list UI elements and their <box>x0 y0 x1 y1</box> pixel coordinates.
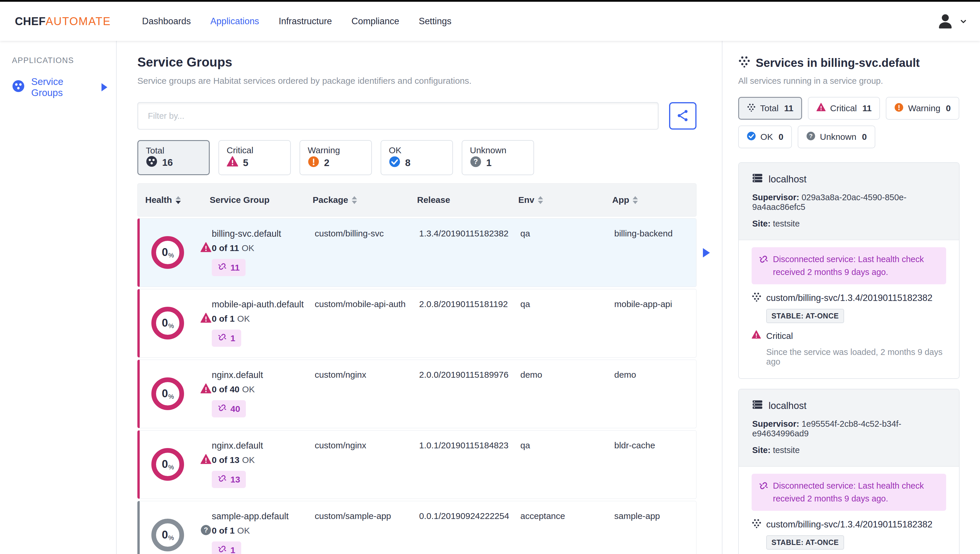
column-header-release[interactable]: Release <box>417 195 518 205</box>
filter-card-total[interactable]: Total 16 <box>137 140 210 175</box>
disconnected-alert: Disconnected service: Last health check … <box>752 474 946 511</box>
package-cell: custom/nginx <box>315 441 419 488</box>
sort-icon <box>352 196 357 204</box>
chef-automate-logo[interactable]: CHEFAUTOMATE <box>15 15 111 28</box>
nav-applications[interactable]: Applications <box>210 16 259 27</box>
disconnected-count-badge: 1 <box>212 541 241 554</box>
filter-card-label: Critical <box>227 145 283 155</box>
channel-badge: STABLE: AT-ONCE <box>766 309 844 323</box>
filter-card-count: 2 <box>324 157 329 168</box>
disconnected-alert: Disconnected service: Last health check … <box>752 247 946 284</box>
sidebar-item-label: Service Groups <box>31 76 95 98</box>
health-cell: 0% <box>140 228 212 276</box>
filter-card-warning[interactable]: Warning 2 <box>299 140 372 175</box>
health-donut: 0% <box>151 307 184 340</box>
disconnected-count: 11 <box>231 263 240 273</box>
detail-subtitle: All services running in a service group. <box>738 76 959 86</box>
detail-badge-total[interactable]: Total11 <box>738 97 802 120</box>
column-header-env[interactable]: Env <box>518 195 612 205</box>
broken-link-icon <box>759 480 768 505</box>
warning-icon <box>308 156 320 170</box>
filter-card-critical[interactable]: Critical 5 <box>218 140 291 175</box>
detail-badge-unknown[interactable]: Unknown0 <box>798 126 875 148</box>
service-package: custom/billing-svc/1.3.4/20190115182382 <box>752 518 946 531</box>
nav-settings[interactable]: Settings <box>419 16 452 27</box>
habitat-dots-icon <box>747 103 756 114</box>
unknown-icon <box>806 131 816 143</box>
service-group-row[interactable]: 0% billing-svc.default 0 of 11OK 11 cus <box>137 218 697 287</box>
package-cell: custom/sample-app <box>315 511 419 554</box>
app-cell: sample-app <box>614 511 696 554</box>
critical-icon <box>227 156 238 170</box>
sidebar-item-service-groups[interactable]: Service Groups <box>12 76 116 98</box>
critical-icon <box>200 242 212 255</box>
nav-compliance[interactable]: Compliance <box>352 16 399 27</box>
sidebar-heading: APPLICATIONS <box>12 56 116 65</box>
sort-icon <box>633 196 638 204</box>
filter-input[interactable] <box>137 102 659 129</box>
service-group-row[interactable]: 0% mobile-api-auth.default 0 of 1OK 1 c <box>137 289 697 358</box>
critical-icon <box>816 103 826 114</box>
server-icon <box>752 173 763 186</box>
service-group-row[interactable]: 0% nginx.default 0 of 40OK 40 custom/ng <box>137 359 697 428</box>
nav-infrastructure[interactable]: Infrastructure <box>278 16 332 27</box>
share-button[interactable] <box>669 102 697 129</box>
logo-automate-text: AUTOMATE <box>46 15 111 27</box>
column-header-app[interactable]: App <box>612 195 696 205</box>
column-header-health[interactable]: Health <box>138 195 210 205</box>
ok-count: 0 of 1OK <box>212 314 306 324</box>
filter-card-count: 1 <box>486 157 492 168</box>
nav-dashboards[interactable]: Dashboards <box>142 16 191 27</box>
package-cell: custom/nginx <box>315 370 419 417</box>
detail-badge-ok[interactable]: OK0 <box>738 126 792 148</box>
applications-sidebar: APPLICATIONS Service Groups <box>0 41 117 554</box>
open-detail-arrow[interactable] <box>703 248 710 257</box>
filter-card-unknown[interactable]: Unknown 1 <box>462 140 534 175</box>
health-donut: 0% <box>151 448 184 481</box>
critical-icon <box>200 454 212 467</box>
broken-link-icon <box>218 474 227 485</box>
ok-icon <box>389 156 401 170</box>
supervisor-line: Supervisor: 029a3a8a-20ac-4590-850e-9a4a… <box>752 193 946 212</box>
service-host: localhost <box>752 173 946 186</box>
health-donut: 0% <box>151 519 184 551</box>
broken-link-icon <box>218 262 227 273</box>
service-group-row[interactable]: 0% nginx.default 0 of 13OK 13 custom/ng <box>137 430 697 499</box>
filter-card-label: OK <box>389 145 445 155</box>
broken-link-icon <box>218 403 227 415</box>
filter-card-label: Warning <box>308 145 364 155</box>
habitat-dots-icon <box>752 518 762 531</box>
service-group-name: mobile-api-auth.default <box>212 299 306 310</box>
filter-card-label: Unknown <box>470 145 526 155</box>
ok-count: 0 of 11OK <box>212 243 306 253</box>
detail-status-badges: Total11 Critical11 Warning0 OK0 Unknown0 <box>738 97 959 148</box>
health-donut: 0% <box>151 377 184 410</box>
disconnected-count-badge: 40 <box>212 400 246 417</box>
column-header-package[interactable]: Package <box>313 195 417 205</box>
service-groups-icon <box>146 156 158 169</box>
disconnected-count-badge: 1 <box>212 329 241 347</box>
column-header-service-group[interactable]: Service Group <box>210 195 313 205</box>
service-group-name: billing-svc.default <box>212 228 306 239</box>
broken-link-icon <box>218 544 227 554</box>
habitat-dots-icon <box>738 56 751 70</box>
env-cell: qa <box>520 299 614 347</box>
service-package: custom/billing-svc/1.3.4/20190115182382 <box>752 292 946 304</box>
filter-card-ok[interactable]: OK 8 <box>381 140 453 175</box>
detail-badge-critical[interactable]: Critical11 <box>808 97 880 120</box>
channel-badge: STABLE: AT-ONCE <box>766 535 844 550</box>
service-groups-icon <box>12 80 25 95</box>
filter-card-count: 16 <box>162 157 173 168</box>
chevron-right-icon <box>102 83 107 91</box>
user-menu[interactable] <box>936 12 968 30</box>
service-group-row[interactable]: 0% sample-app.default 0 of 1OK 1 custom <box>137 501 697 554</box>
env-cell: qa <box>520 228 614 276</box>
broken-link-icon <box>218 332 227 344</box>
page-title: Service Groups <box>137 55 697 69</box>
table-header: Health Service Group Package Release Env… <box>137 183 697 217</box>
env-cell: demo <box>520 370 614 417</box>
service-card-body: Disconnected service: Last health check … <box>739 240 959 378</box>
broken-link-icon <box>759 253 768 278</box>
health-donut: 0% <box>151 236 184 269</box>
detail-badge-warning[interactable]: Warning0 <box>886 97 959 120</box>
